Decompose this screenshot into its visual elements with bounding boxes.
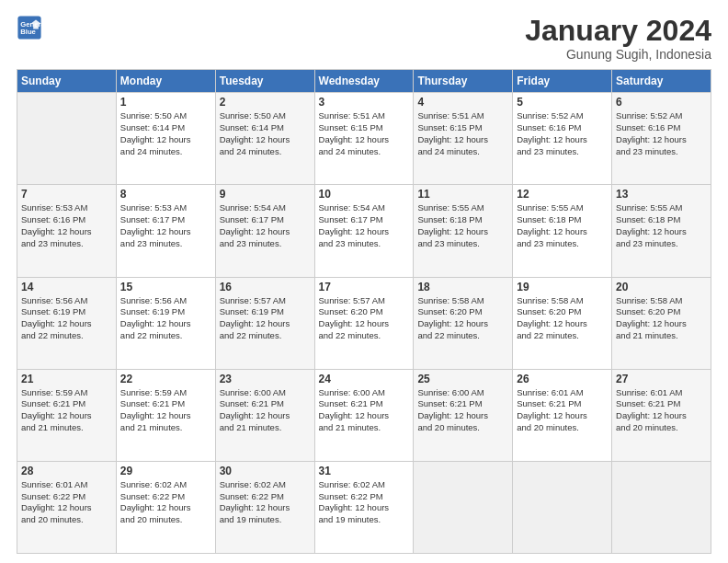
calendar-cell: 20Sunrise: 5:58 AM Sunset: 6:20 PM Dayli… <box>612 277 711 369</box>
day-info: Sunrise: 6:01 AM Sunset: 6:22 PM Dayligh… <box>21 479 112 526</box>
day-info: Sunrise: 5:56 AM Sunset: 6:19 PM Dayligh… <box>120 295 211 342</box>
logo: General Blue <box>17 15 42 40</box>
calendar-cell: 17Sunrise: 5:57 AM Sunset: 6:20 PM Dayli… <box>314 277 414 369</box>
subtitle: Gunung Sugih, Indonesia <box>525 47 711 62</box>
day-number: 24 <box>319 373 410 385</box>
calendar-cell: 13Sunrise: 5:55 AM Sunset: 6:18 PM Dayli… <box>612 185 711 277</box>
day-info: Sunrise: 5:51 AM Sunset: 6:15 PM Dayligh… <box>319 110 410 157</box>
logo-icon: General Blue <box>17 15 42 40</box>
calendar-cell: 16Sunrise: 5:57 AM Sunset: 6:19 PM Dayli… <box>215 277 314 369</box>
day-info: Sunrise: 6:02 AM Sunset: 6:22 PM Dayligh… <box>319 479 410 526</box>
calendar-body: 1Sunrise: 5:50 AM Sunset: 6:14 PM Daylig… <box>17 93 711 554</box>
calendar-cell <box>513 461 612 553</box>
calendar-cell <box>414 461 513 553</box>
day-info: Sunrise: 5:57 AM Sunset: 6:19 PM Dayligh… <box>220 295 311 342</box>
day-info: Sunrise: 6:00 AM Sunset: 6:21 PM Dayligh… <box>417 387 508 434</box>
main-title: January 2024 <box>525 15 711 47</box>
day-number: 6 <box>616 96 707 109</box>
calendar-cell <box>612 461 711 553</box>
day-number: 11 <box>417 188 508 201</box>
calendar-cell: 6Sunrise: 5:52 AM Sunset: 6:16 PM Daylig… <box>612 93 711 185</box>
calendar-cell: 25Sunrise: 6:00 AM Sunset: 6:21 PM Dayli… <box>414 369 513 461</box>
calendar-cell: 26Sunrise: 6:01 AM Sunset: 6:21 PM Dayli… <box>513 369 612 461</box>
day-info: Sunrise: 6:00 AM Sunset: 6:21 PM Dayligh… <box>220 387 311 434</box>
day-number: 26 <box>517 373 608 385</box>
day-info: Sunrise: 5:50 AM Sunset: 6:14 PM Dayligh… <box>120 110 211 157</box>
calendar-cell: 29Sunrise: 6:02 AM Sunset: 6:22 PM Dayli… <box>116 461 215 553</box>
calendar-cell: 18Sunrise: 5:58 AM Sunset: 6:20 PM Dayli… <box>414 277 513 369</box>
day-number: 10 <box>319 188 410 201</box>
calendar-row: 14Sunrise: 5:56 AM Sunset: 6:19 PM Dayli… <box>17 277 711 369</box>
calendar-cell: 14Sunrise: 5:56 AM Sunset: 6:19 PM Dayli… <box>17 277 117 369</box>
calendar-cell: 24Sunrise: 6:00 AM Sunset: 6:21 PM Dayli… <box>314 369 414 461</box>
weekday-header-cell: Thursday <box>414 70 513 93</box>
day-number: 17 <box>319 281 410 293</box>
day-info: Sunrise: 5:53 AM Sunset: 6:17 PM Dayligh… <box>120 202 211 249</box>
day-info: Sunrise: 5:57 AM Sunset: 6:20 PM Dayligh… <box>319 295 410 342</box>
svg-text:General: General <box>20 20 42 29</box>
weekday-header-cell: Friday <box>513 70 612 93</box>
calendar-cell: 4Sunrise: 5:51 AM Sunset: 6:15 PM Daylig… <box>414 93 513 185</box>
day-number: 25 <box>417 373 508 385</box>
page: General Blue January 2024 Gunung Sugih, … <box>0 0 728 563</box>
day-number: 12 <box>517 188 608 201</box>
day-number: 7 <box>21 188 112 201</box>
calendar-cell: 5Sunrise: 5:52 AM Sunset: 6:16 PM Daylig… <box>513 93 612 185</box>
day-number: 16 <box>220 281 311 293</box>
day-info: Sunrise: 5:56 AM Sunset: 6:19 PM Dayligh… <box>21 295 112 342</box>
day-info: Sunrise: 5:52 AM Sunset: 6:16 PM Dayligh… <box>616 110 707 157</box>
day-number: 20 <box>616 281 707 293</box>
weekday-header-cell: Monday <box>116 70 215 93</box>
calendar-row: 28Sunrise: 6:01 AM Sunset: 6:22 PM Dayli… <box>17 461 711 553</box>
day-info: Sunrise: 5:58 AM Sunset: 6:20 PM Dayligh… <box>517 295 608 342</box>
calendar-cell: 7Sunrise: 5:53 AM Sunset: 6:16 PM Daylig… <box>17 185 117 277</box>
day-number: 29 <box>120 465 211 477</box>
day-info: Sunrise: 6:01 AM Sunset: 6:21 PM Dayligh… <box>616 387 707 434</box>
calendar-cell: 21Sunrise: 5:59 AM Sunset: 6:21 PM Dayli… <box>17 369 117 461</box>
day-number: 23 <box>220 373 311 385</box>
day-number: 5 <box>517 96 608 109</box>
day-number: 14 <box>21 281 112 293</box>
calendar-cell: 3Sunrise: 5:51 AM Sunset: 6:15 PM Daylig… <box>314 93 414 185</box>
day-number: 31 <box>319 465 410 477</box>
calendar-cell: 31Sunrise: 6:02 AM Sunset: 6:22 PM Dayli… <box>314 461 414 553</box>
day-info: Sunrise: 5:58 AM Sunset: 6:20 PM Dayligh… <box>417 295 508 342</box>
day-number: 9 <box>220 188 311 201</box>
day-number: 4 <box>417 96 508 109</box>
day-info: Sunrise: 5:51 AM Sunset: 6:15 PM Dayligh… <box>417 110 508 157</box>
day-number: 21 <box>21 373 112 385</box>
calendar-cell: 23Sunrise: 6:00 AM Sunset: 6:21 PM Dayli… <box>215 369 314 461</box>
day-info: Sunrise: 5:55 AM Sunset: 6:18 PM Dayligh… <box>517 202 608 249</box>
calendar-cell: 15Sunrise: 5:56 AM Sunset: 6:19 PM Dayli… <box>116 277 215 369</box>
weekday-header-cell: Saturday <box>612 70 711 93</box>
weekday-header-cell: Wednesday <box>314 70 414 93</box>
calendar-cell: 11Sunrise: 5:55 AM Sunset: 6:18 PM Dayli… <box>414 185 513 277</box>
day-info: Sunrise: 6:02 AM Sunset: 6:22 PM Dayligh… <box>220 479 311 526</box>
day-info: Sunrise: 5:54 AM Sunset: 6:17 PM Dayligh… <box>319 202 410 249</box>
weekday-header-cell: Tuesday <box>215 70 314 93</box>
calendar-row: 21Sunrise: 5:59 AM Sunset: 6:21 PM Dayli… <box>17 369 711 461</box>
day-info: Sunrise: 5:59 AM Sunset: 6:21 PM Dayligh… <box>120 387 211 434</box>
day-number: 22 <box>120 373 211 385</box>
day-info: Sunrise: 5:52 AM Sunset: 6:16 PM Dayligh… <box>517 110 608 157</box>
calendar-row: 1Sunrise: 5:50 AM Sunset: 6:14 PM Daylig… <box>17 93 711 185</box>
day-info: Sunrise: 5:54 AM Sunset: 6:17 PM Dayligh… <box>220 202 311 249</box>
day-info: Sunrise: 5:55 AM Sunset: 6:18 PM Dayligh… <box>616 202 707 249</box>
title-block: January 2024 Gunung Sugih, Indonesia <box>525 15 711 62</box>
day-info: Sunrise: 5:58 AM Sunset: 6:20 PM Dayligh… <box>616 295 707 342</box>
day-info: Sunrise: 6:02 AM Sunset: 6:22 PM Dayligh… <box>120 479 211 526</box>
calendar-row: 7Sunrise: 5:53 AM Sunset: 6:16 PM Daylig… <box>17 185 711 277</box>
day-number: 13 <box>616 188 707 201</box>
weekday-header-row: SundayMondayTuesdayWednesdayThursdayFrid… <box>17 70 711 93</box>
calendar-cell: 27Sunrise: 6:01 AM Sunset: 6:21 PM Dayli… <box>612 369 711 461</box>
day-number: 3 <box>319 96 410 109</box>
calendar-cell: 12Sunrise: 5:55 AM Sunset: 6:18 PM Dayli… <box>513 185 612 277</box>
calendar-cell: 9Sunrise: 5:54 AM Sunset: 6:17 PM Daylig… <box>215 185 314 277</box>
day-info: Sunrise: 5:59 AM Sunset: 6:21 PM Dayligh… <box>21 387 112 434</box>
day-number: 28 <box>21 465 112 477</box>
calendar-cell: 28Sunrise: 6:01 AM Sunset: 6:22 PM Dayli… <box>17 461 117 553</box>
day-info: Sunrise: 5:53 AM Sunset: 6:16 PM Dayligh… <box>21 202 112 249</box>
calendar-table: SundayMondayTuesdayWednesdayThursdayFrid… <box>17 69 711 554</box>
calendar-cell: 2Sunrise: 5:50 AM Sunset: 6:14 PM Daylig… <box>215 93 314 185</box>
day-number: 27 <box>616 373 707 385</box>
